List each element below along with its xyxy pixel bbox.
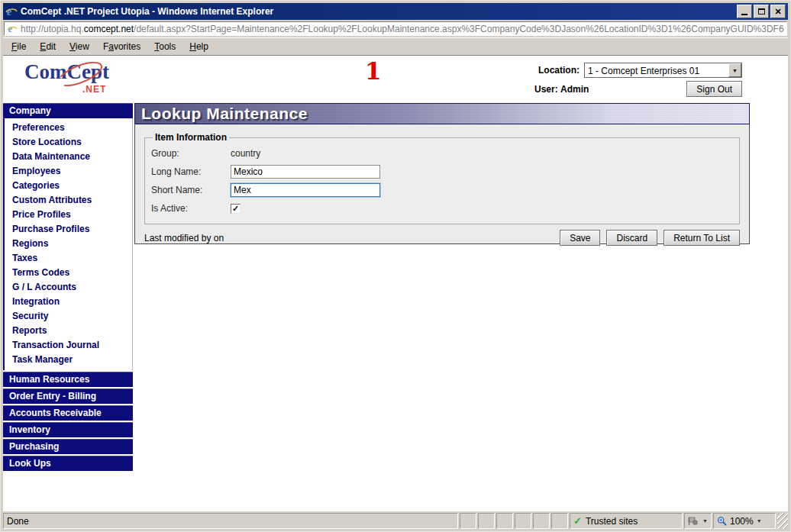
minimize-icon [741,14,747,15]
location-selected-value: 1 - Comcept Enterprises 01 [585,63,728,77]
content-panel: Item Information Group: country Long Nam… [134,124,750,244]
url-domain: comcept.net [84,24,134,34]
sidebar-item-taxes[interactable]: Taxes [5,251,132,266]
site-header: ComCept .NET 1 Location: 1 - Comcept Ent… [3,56,788,103]
zoom-panel[interactable]: 100% ▼ [713,513,776,529]
sidebar-item-store-locations[interactable]: Store Locations [5,135,132,150]
menu-tools[interactable]: Tools [147,39,182,54]
panel-footer: Last modified by on Save Discard Return … [144,224,740,252]
zoom-level-text: 100% [730,516,754,527]
last-modified-text: Last modified by on [144,233,224,243]
sign-out-button[interactable]: Sign Out [686,81,742,97]
sidebar-section-company[interactable]: Company [3,103,133,118]
chevron-down-icon: ▼ [757,518,762,524]
group-row: Group: country [151,144,733,163]
sidebar-item-task-manager[interactable]: Task Manager [5,353,132,367]
maximize-icon [758,8,765,15]
long-name-label: Long Name: [151,166,231,177]
page-viewport: ComCept .NET 1 Location: 1 - Comcept Ent… [3,55,788,511]
sidebar-section-look-ups[interactable]: Look Ups [3,456,133,471]
security-zone-panel: ✓ Trusted sites [570,513,683,529]
user-value: Admin [560,84,589,95]
chevron-down-icon: ▼ [702,518,708,524]
protected-mode-panel[interactable]: ▼ [684,513,712,529]
window-title: ComCept .NET Project Utopia - Windows In… [21,6,735,17]
zoom-icon [717,516,727,526]
sidebar-section-accounts-receivable[interactable]: Accounts Receivable [3,405,133,421]
is-active-row: Is Active: [151,199,733,218]
sidebar-item-gl-accounts[interactable]: G / L Accounts [5,280,132,295]
sidebar-item-preferences[interactable]: Preferences [5,121,132,135]
group-value: country [231,148,260,159]
sidebar-item-security[interactable]: Security [5,309,132,324]
page-ie-icon: e [7,24,18,34]
menu-help[interactable]: Help [182,39,215,54]
sidebar-item-categories[interactable]: Categories [5,179,132,193]
close-button[interactable]: ✕ [770,5,786,18]
short-name-row: Short Name: [151,181,733,199]
window-titlebar: e ComCept .NET Project Utopia - Windows … [3,3,788,20]
discard-button[interactable]: Discard [606,230,657,246]
url-prefix: http://utopia.hq. [21,24,84,34]
menu-edit[interactable]: Edit [33,39,63,54]
footer-buttons: Save Discard Return To List [554,230,740,246]
location-select[interactable]: 1 - Comcept Enterprises 01 ▼ [584,63,742,78]
sidebar-item-integration[interactable]: Integration [5,295,132,309]
sidebar-item-custom-attributes[interactable]: Custom Attributes [5,193,132,208]
sidebar-item-terms-codes[interactable]: Terms Codes [5,266,132,280]
svg-text:e: e [7,6,11,18]
item-information-groupbox: Item Information Group: country Long Nam… [144,132,740,224]
statusbar-panel [551,513,568,529]
save-button[interactable]: Save [560,230,600,246]
is-active-label: Is Active: [151,203,231,214]
sidebar-item-price-profiles[interactable]: Price Profiles [5,208,132,222]
maximize-button[interactable] [754,5,769,18]
sidebar-item-employees[interactable]: Employees [5,164,132,179]
menu-view[interactable]: View [63,39,96,54]
url-suffix: /default.aspx?StartPage=Maintenance%2FLo… [134,24,784,34]
is-active-checkbox[interactable] [231,204,241,214]
comcept-logo: ComCept .NET [24,60,116,98]
menu-favorites[interactable]: Favorites [96,39,147,54]
sidebar-section-inventory[interactable]: Inventory [3,422,133,437]
sidebar-section-human-resources[interactable]: Human Resources [3,372,133,387]
status-bar: Done ✓ Trusted sites ▼ 100% [3,511,788,529]
groupbox-legend: Item Information [153,132,229,143]
company-items-list: Preferences Store Locations Data Mainten… [3,118,133,370]
chevron-down-icon[interactable]: ▼ [728,63,741,77]
statusbar-panel [515,513,531,529]
main-panel: Lookup Maintenance Item Information Grou… [134,103,750,244]
short-name-field[interactable] [231,183,380,197]
menu-file[interactable]: File [5,39,33,54]
statusbar-panel [460,513,476,529]
group-label: Group: [151,148,231,159]
return-to-list-button[interactable]: Return To List [663,230,740,246]
long-name-field[interactable] [231,165,380,179]
status-text: Done [3,513,458,529]
sidebar-item-reports[interactable]: Reports [5,324,132,338]
browser-window: e ComCept .NET Project Utopia - Windows … [0,0,791,532]
sidebar-section-purchasing[interactable]: Purchasing [3,439,133,454]
sidebar-item-data-maintenance[interactable]: Data Maintenance [5,150,132,164]
zone-text: Trusted sites [586,516,638,527]
statusbar-panel [533,513,550,529]
svg-text:e: e [8,24,13,34]
minimize-button[interactable] [737,5,752,18]
resize-grip[interactable] [777,513,788,529]
user-label: User: Admin [534,84,589,95]
page-title: Lookup Maintenance [134,103,750,124]
url-input[interactable]: e http://utopia.hq.comcept.net/default.a… [4,21,787,36]
sidebar-section-order-entry-billing[interactable]: Order Entry - Billing [3,389,133,404]
menu-bar: File Edit View Favorites Tools Help [3,37,788,54]
sidebar-item-regions[interactable]: Regions [5,237,132,251]
address-bar: e http://utopia.hq.comcept.net/default.a… [3,20,788,37]
page-step-indicator: 1 [365,57,382,85]
site-body: Company Preferences Store Locations Data… [3,103,788,511]
user-row: User: Admin Sign Out [534,81,742,97]
ie-icon: e [5,5,18,18]
sidebar-item-purchase-profiles[interactable]: Purchase Profiles [5,222,132,237]
location-row: Location: 1 - Comcept Enterprises 01 ▼ [538,63,742,78]
url-text: http://utopia.hq.comcept.net/default.asp… [21,24,784,34]
sidebar-item-transaction-journal[interactable]: Transaction Journal [5,338,132,353]
logo-net-label: .NET [82,84,106,95]
